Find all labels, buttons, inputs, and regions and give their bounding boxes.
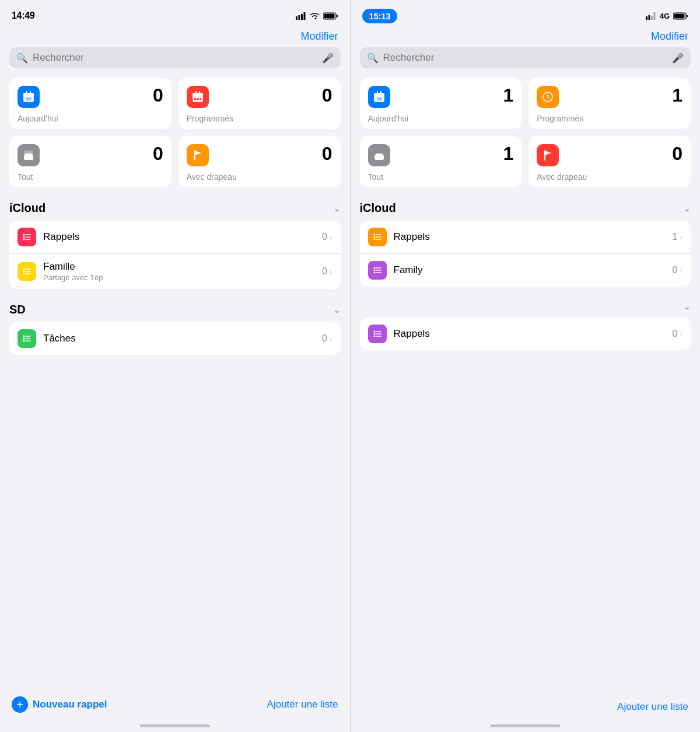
search-bar-right[interactable]: 🔍 🎤 [360, 47, 691, 68]
search-input-right[interactable] [383, 52, 668, 64]
svg-point-65 [373, 333, 375, 335]
svg-rect-38 [648, 15, 650, 20]
svg-point-19 [23, 234, 25, 236]
list-chevron-family-right: › [680, 266, 682, 275]
modifier-button-right[interactable]: Modifier [651, 30, 688, 43]
svg-text:23: 23 [26, 97, 31, 101]
stat-card-aujourd-hui-right[interactable]: 23 1 Aujourd'hui [360, 78, 522, 129]
search-bar-left[interactable]: 🔍 🎤 [9, 47, 341, 68]
svg-rect-47 [380, 91, 382, 94]
svg-rect-44 [374, 93, 384, 97]
section-title-sd-left: SD [9, 303, 26, 316]
add-circle-icon: + [12, 696, 28, 713]
list-card-sd-left: Tâches 0 › [9, 322, 341, 355]
stat-label-aujourd-hui-right: Aujourd'hui [368, 114, 514, 123]
mic-icon-right: 🎤 [672, 53, 684, 64]
list-icon-svg-rappels-right [372, 232, 383, 242]
svg-point-25 [23, 269, 25, 270]
list-count-rappels-right: 1 [672, 232, 677, 242]
svg-point-59 [373, 270, 375, 271]
section-header-icloud-left[interactable]: iCloud ⌄ [9, 201, 341, 215]
section-header-sd-left[interactable]: SD ⌄ [9, 303, 341, 316]
svg-rect-12 [192, 93, 203, 96]
stat-card-avec-drapeau-left[interactable]: 0 Avec drapeau [178, 136, 341, 187]
modifier-button-left[interactable]: Modifier [300, 30, 338, 43]
wifi-icon [310, 12, 320, 20]
list-label-wrap-taches-left: Tâches [43, 333, 322, 344]
list-count-rappels2-right: 0 [672, 329, 677, 339]
section-header-extra-right[interactable]: ⌄ [360, 301, 691, 312]
nouveau-rappel-button[interactable]: + Nouveau rappel [12, 696, 107, 713]
nouveau-rappel-label: Nouveau rappel [33, 699, 107, 710]
section-header-icloud-right[interactable]: iCloud ⌄ [360, 201, 691, 215]
stat-card-avec-drapeau-right[interactable]: 0 Avec drapeau [528, 136, 691, 187]
svg-rect-10 [30, 91, 31, 94]
signal-icon-right [646, 12, 656, 20]
chevron-icon-icloud-left: ⌄ [333, 203, 341, 214]
list-chevron-rappels-right: › [680, 232, 682, 242]
home-bar-right [490, 724, 560, 727]
list-card-icloud-left: Rappels 0 › [9, 221, 341, 289]
svg-rect-1 [298, 15, 300, 20]
svg-point-35 [23, 340, 25, 342]
list-item-family-right[interactable]: Family 0 › [360, 254, 691, 287]
list-label-rappels-left: Rappels [43, 231, 322, 243]
list-item-rappels-right[interactable]: Rappels 1 › [360, 221, 691, 254]
stat-card-tout-left[interactable]: 0 Tout [9, 136, 172, 187]
svg-rect-2 [301, 14, 303, 20]
list-right-rappels-left: 0 › [322, 232, 332, 242]
list-label-famille-left: Famille [43, 261, 322, 273]
stat-icon-avec-drapeau-left [187, 144, 209, 166]
svg-rect-17 [200, 98, 201, 100]
list-label-family-right: Family [394, 264, 673, 276]
inbox-icon-left [22, 149, 35, 162]
stat-icon-aujourd-hui-left: 23 [18, 86, 40, 108]
flag-icon-left [191, 149, 204, 162]
battery-icon [323, 12, 338, 20]
stat-card-aujourd-hui-left[interactable]: 23 0 Aujourd'hui [9, 78, 172, 129]
list-item-famille-left[interactable]: Famille Partagé avec Tép 0 › [9, 254, 341, 289]
list-icon-rappels-left [18, 228, 36, 246]
svg-text:23: 23 [377, 97, 382, 101]
stats-grid-right: 23 1 Aujourd'hui [360, 78, 691, 187]
search-input-left[interactable] [33, 52, 317, 64]
list-icon-svg-family-right [372, 265, 383, 276]
bottom-bar-right: Ajouter une liste [351, 694, 701, 724]
section-title-icloud-left: iCloud [9, 201, 46, 215]
svg-rect-5 [324, 13, 334, 18]
svg-rect-16 [197, 98, 198, 100]
ajouter-liste-button-left[interactable]: Ajouter une liste [267, 699, 338, 710]
status-bar-left: 14:49 [0, 0, 350, 28]
stat-count-avec-drapeau-right: 0 [672, 144, 682, 163]
list-icon-svg-taches-left [22, 333, 32, 344]
ajouter-liste-button-right[interactable]: Ajouter une liste [617, 701, 688, 713]
list-chevron-rappels-left: › [330, 232, 332, 242]
list-item-rappels-left[interactable]: Rappels 0 › [9, 221, 341, 254]
stats-grid-left: 23 0 Aujourd'hui [9, 78, 341, 187]
list-right-rappels-right: 1 › [672, 232, 682, 242]
list-card-extra-right: Rappels 0 › [360, 318, 691, 350]
search-icon-left: 🔍 [16, 53, 28, 64]
content-left: 23 0 Aujourd'hui [0, 78, 350, 689]
list-item-rappels2-right[interactable]: Rappels 0 › [360, 318, 691, 350]
stat-card-tout-right[interactable]: 1 Tout [360, 136, 522, 187]
list-chevron-famille-left: › [330, 267, 332, 276]
svg-point-63 [373, 331, 375, 333]
home-indicator-left [0, 724, 350, 732]
stat-card-programmes-right[interactable]: 1 Programmés [528, 78, 691, 129]
list-item-taches-left[interactable]: Tâches 0 › [9, 322, 341, 355]
stat-label-avec-drapeau-left: Avec drapeau [187, 172, 332, 182]
content-right: 23 1 Aujourd'hui [351, 78, 701, 694]
svg-point-27 [23, 271, 25, 273]
battery-icon-right [673, 12, 688, 20]
svg-point-53 [373, 236, 375, 238]
home-bar-left [140, 724, 210, 727]
stat-card-programmes-left[interactable]: 0 Programmés [178, 78, 341, 129]
list-icon-taches-left [18, 329, 36, 348]
stat-label-tout-right: Tout [368, 172, 514, 182]
svg-point-23 [23, 239, 25, 240]
list-label-wrap-rappels-right: Rappels [394, 231, 673, 243]
svg-line-50 [548, 97, 550, 98]
signal-icon [296, 12, 306, 20]
chevron-icon-icloud-right: ⌄ [683, 203, 691, 214]
